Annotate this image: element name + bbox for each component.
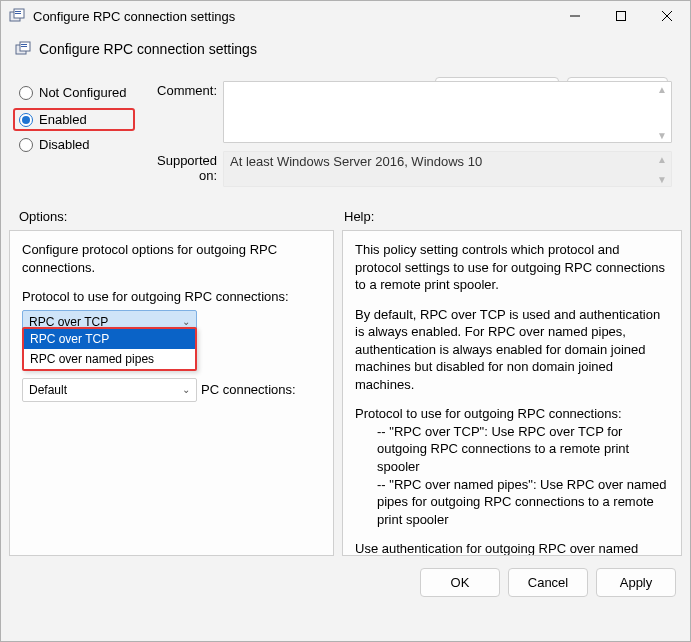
header-title: Configure RPC connection settings <box>39 41 257 57</box>
titlebar: Configure RPC connection settings <box>1 1 690 31</box>
svg-rect-11 <box>21 46 27 47</box>
help-panel: This policy setting controls which proto… <box>342 230 682 556</box>
enabled-highlight: Enabled <box>13 108 135 131</box>
radio-enabled[interactable]: Enabled <box>19 112 129 127</box>
help-p3b: -- "RPC over named pipes": Use RPC over … <box>355 476 669 529</box>
apply-button[interactable]: Apply <box>596 568 676 597</box>
help-p2: By default, RPC over TCP is used and aut… <box>355 306 669 394</box>
window: Configure RPC connection settings Config… <box>0 0 691 642</box>
radio-not-configured[interactable]: Not Configured <box>19 85 129 100</box>
auth-select-value: Default <box>29 382 182 398</box>
svg-rect-5 <box>617 12 626 21</box>
radio-circle-icon <box>19 113 33 127</box>
radio-circle-icon <box>19 138 33 152</box>
supported-on-box: At least Windows Server 2016, Windows 10… <box>223 151 672 187</box>
options-intro: Configure protocol options for outgoing … <box>22 241 321 276</box>
app-icon <box>9 8 25 24</box>
protocol-label: Protocol to use for outgoing RPC connect… <box>22 288 321 306</box>
radio-dot-icon <box>22 116 30 124</box>
radio-label: Disabled <box>39 137 90 152</box>
options-label: Options: <box>19 209 344 224</box>
chevron-down-icon: ⌄ <box>182 383 190 397</box>
comment-input[interactable]: ▲ ▼ <box>223 81 672 143</box>
radio-circle-icon <box>19 86 33 100</box>
scroll-up-icon[interactable]: ▲ <box>657 84 667 94</box>
radio-label: Enabled <box>39 112 87 127</box>
radio-label: Not Configured <box>39 85 126 100</box>
protocol-dropdown-list: RPC over TCP RPC over named pipes <box>22 327 197 371</box>
options-panel: Configure protocol options for outgoing … <box>9 230 334 556</box>
radio-disabled[interactable]: Disabled <box>19 137 129 152</box>
help-text: This policy setting controls which proto… <box>355 241 669 556</box>
auth-label-trailing: PC connections: <box>201 381 296 399</box>
cancel-button[interactable]: Cancel <box>508 568 588 597</box>
policy-icon <box>15 41 31 57</box>
protocol-option-tcp[interactable]: RPC over TCP <box>24 329 195 349</box>
auth-select[interactable]: Default ⌄ <box>22 378 197 402</box>
supported-label: Supported on: <box>139 151 223 183</box>
protocol-option-named-pipes[interactable]: RPC over named pipes <box>24 349 195 369</box>
ok-button[interactable]: OK <box>420 568 500 597</box>
help-label: Help: <box>344 209 672 224</box>
help-p3: Protocol to use for outgoing RPC connect… <box>355 405 669 423</box>
minimize-button[interactable] <box>552 1 598 31</box>
window-title: Configure RPC connection settings <box>33 9 552 24</box>
svg-rect-2 <box>15 11 21 12</box>
scroll-down-icon[interactable]: ▼ <box>657 130 667 140</box>
scroll-up-icon[interactable]: ▲ <box>657 154 667 164</box>
svg-rect-3 <box>15 13 21 14</box>
header: Configure RPC connection settings <box>1 31 690 59</box>
supported-value: At least Windows Server 2016, Windows 10 <box>230 154 482 169</box>
help-p4: Use authentication for outgoing RPC over… <box>355 540 669 556</box>
maximize-button[interactable] <box>598 1 644 31</box>
close-button[interactable] <box>644 1 690 31</box>
help-p3a: -- "RPC over TCP": Use RPC over TCP for … <box>355 423 669 476</box>
scroll-down-icon[interactable]: ▼ <box>657 174 667 184</box>
comment-label: Comment: <box>139 81 223 98</box>
footer: OK Cancel Apply <box>1 556 690 609</box>
help-p1: This policy setting controls which proto… <box>355 241 669 294</box>
state-radio-group: Not Configured Enabled Disabled <box>19 81 129 195</box>
svg-rect-10 <box>21 44 27 45</box>
